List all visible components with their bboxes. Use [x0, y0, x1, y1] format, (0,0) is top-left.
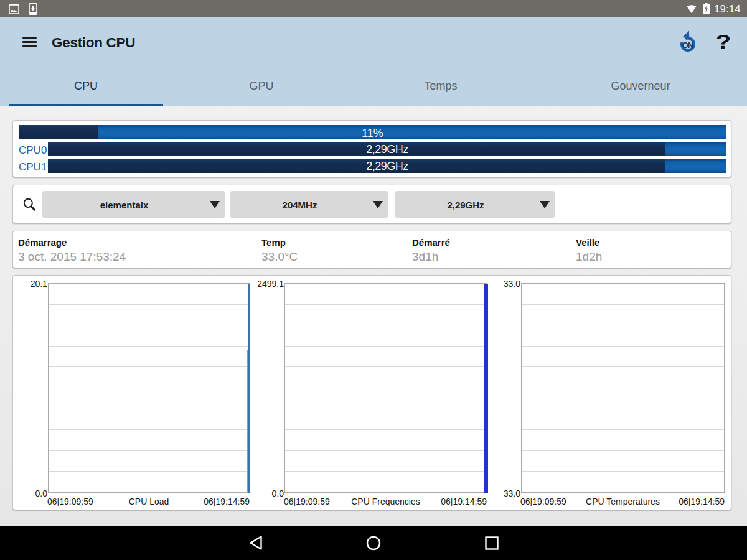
svg-text:ON: ON [682, 41, 693, 50]
